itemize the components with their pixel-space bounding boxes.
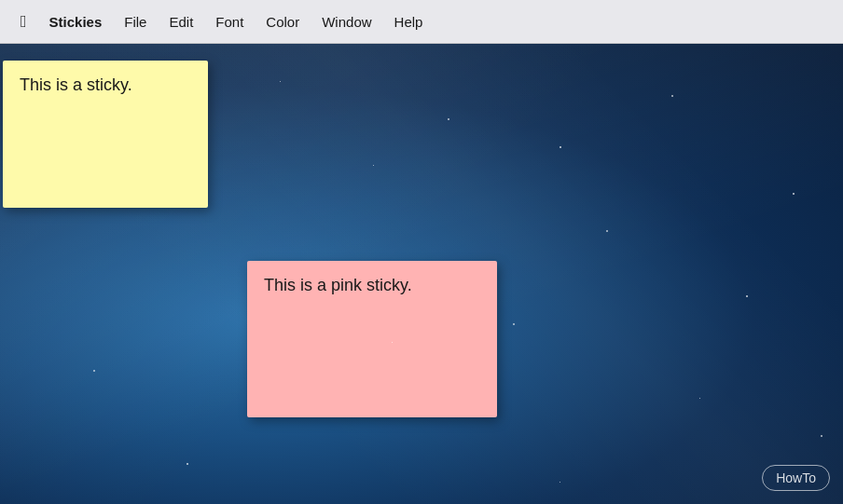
star-decoration	[392, 342, 393, 343]
star-decoration	[560, 146, 561, 148]
star-decoration	[671, 95, 673, 97]
star-decoration	[448, 118, 449, 120]
howto-badge[interactable]: HowTo	[762, 465, 830, 491]
menu-stickies[interactable]: Stickies	[40, 10, 112, 34]
star-decoration	[699, 398, 700, 399]
sticky-pink-text: This is a pink sticky.	[264, 276, 412, 294]
sticky-note-pink[interactable]: This is a pink sticky.	[247, 261, 497, 417]
star-decoration	[746, 295, 748, 297]
star-decoration	[373, 165, 374, 166]
menu-font[interactable]: Font	[206, 10, 253, 34]
menubar:  Stickies File Edit Font Color Window H…	[0, 0, 843, 44]
menu-edit[interactable]: Edit	[159, 10, 202, 34]
star-decoration	[280, 81, 281, 82]
menu-file[interactable]: File	[115, 10, 156, 34]
star-decoration	[793, 193, 795, 195]
star-decoration	[187, 463, 188, 465]
menu-color[interactable]: Color	[256, 10, 309, 34]
howto-label: HowTo	[776, 470, 816, 485]
star-decoration	[513, 323, 515, 325]
star-decoration	[560, 482, 560, 483]
star-decoration	[821, 435, 822, 437]
apple-menu[interactable]: 	[11, 8, 36, 35]
menu-window[interactable]: Window	[312, 10, 380, 34]
sticky-yellow-text: This is a sticky.	[20, 75, 132, 94]
sticky-note-yellow[interactable]: This is a sticky.	[3, 61, 208, 208]
desktop: This is a sticky. This is a pink sticky.…	[0, 44, 843, 504]
star-decoration	[606, 230, 608, 232]
star-decoration	[93, 370, 95, 372]
menu-help[interactable]: Help	[385, 10, 433, 34]
